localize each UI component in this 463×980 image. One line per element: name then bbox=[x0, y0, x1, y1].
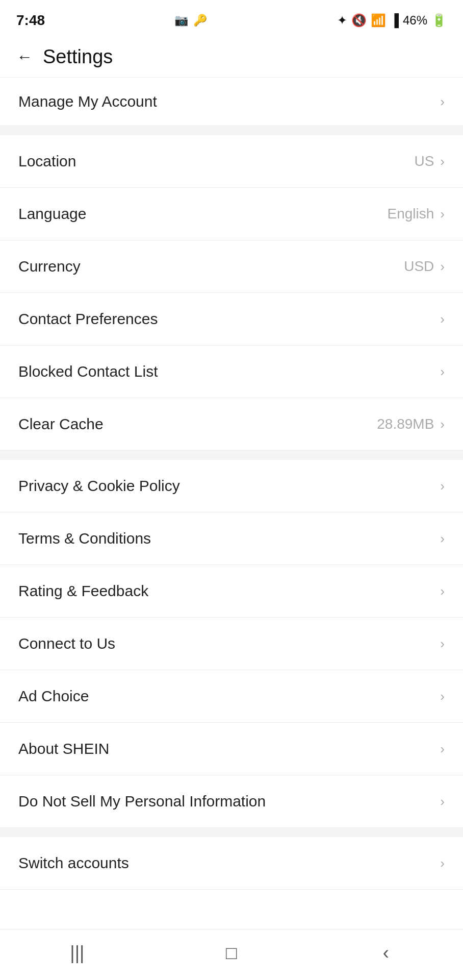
language-label: Language bbox=[18, 205, 86, 223]
connect-to-us-row[interactable]: Connect to Us › bbox=[0, 618, 463, 670]
signal-icon: ▐ bbox=[390, 13, 399, 28]
status-bar: 7:48 📷 🔑 ✦ 🔇 📶 ▐ 46% 🔋 bbox=[0, 0, 463, 37]
terms-conditions-chevron: › bbox=[440, 531, 445, 547]
status-time: 7:48 bbox=[16, 12, 45, 29]
battery-icon: 🔋 bbox=[431, 13, 447, 28]
clear-cache-chevron: › bbox=[440, 416, 445, 432]
page-title: Settings bbox=[43, 46, 113, 68]
sim-icon: 🔑 bbox=[193, 14, 207, 27]
switch-accounts-label: Switch accounts bbox=[18, 854, 129, 872]
about-shein-label: About SHEIN bbox=[18, 740, 109, 757]
battery-percent: 46% bbox=[403, 13, 427, 28]
home-icon: □ bbox=[226, 942, 237, 964]
rating-feedback-right: › bbox=[440, 583, 445, 599]
blocked-contact-list-chevron: › bbox=[440, 364, 445, 380]
contact-preferences-right: › bbox=[440, 311, 445, 327]
ad-choice-chevron: › bbox=[440, 689, 445, 704]
clear-cache-right: 28.89MB › bbox=[377, 416, 445, 432]
terms-conditions-label: Terms & Conditions bbox=[18, 530, 151, 547]
connect-to-us-right: › bbox=[440, 636, 445, 652]
currency-chevron: › bbox=[440, 259, 445, 275]
clear-cache-row[interactable]: Clear Cache 28.89MB › bbox=[0, 398, 463, 451]
terms-conditions-row[interactable]: Terms & Conditions › bbox=[0, 512, 463, 565]
do-not-sell-label: Do Not Sell My Personal Information bbox=[18, 793, 266, 810]
settings-header: ← Settings bbox=[0, 37, 463, 78]
do-not-sell-row[interactable]: Do Not Sell My Personal Information › bbox=[0, 775, 463, 828]
contact-preferences-label: Contact Preferences bbox=[18, 310, 158, 328]
rating-feedback-chevron: › bbox=[440, 583, 445, 599]
rating-feedback-row[interactable]: Rating & Feedback › bbox=[0, 565, 463, 618]
switch-accounts-row[interactable]: Switch accounts › bbox=[0, 837, 463, 890]
privacy-cookie-policy-label: Privacy & Cookie Policy bbox=[18, 477, 180, 495]
blocked-contact-list-right: › bbox=[440, 364, 445, 380]
nav-home-button[interactable]: □ bbox=[211, 938, 252, 968]
bottom-nav-bar: ||| □ ‹ bbox=[0, 929, 463, 980]
blocked-contact-list-label: Blocked Contact List bbox=[18, 363, 158, 380]
nav-menu-button[interactable]: ||| bbox=[57, 938, 97, 968]
connect-to-us-chevron: › bbox=[440, 636, 445, 652]
connect-to-us-label: Connect to Us bbox=[18, 635, 115, 652]
clear-cache-label: Clear Cache bbox=[18, 415, 104, 433]
do-not-sell-right: › bbox=[440, 794, 445, 810]
privacy-cookie-policy-chevron: › bbox=[440, 478, 445, 494]
section-divider-3 bbox=[0, 828, 463, 837]
section-divider-2 bbox=[0, 451, 463, 460]
manage-account-chevron: › bbox=[440, 94, 445, 110]
camera-icon: 📷 bbox=[174, 14, 188, 27]
currency-right: USD › bbox=[404, 258, 445, 275]
ad-choice-right: › bbox=[440, 689, 445, 704]
blocked-contact-list-row[interactable]: Blocked Contact List › bbox=[0, 346, 463, 398]
clear-cache-value: 28.89MB bbox=[377, 416, 434, 432]
location-label: Location bbox=[18, 153, 76, 170]
nav-back-button[interactable]: ‹ bbox=[366, 938, 406, 968]
status-right-icons: ✦ 🔇 📶 ▐ 46% 🔋 bbox=[337, 13, 447, 28]
section-divider-1 bbox=[0, 126, 463, 135]
currency-row[interactable]: Currency USD › bbox=[0, 240, 463, 293]
do-not-sell-chevron: › bbox=[440, 794, 445, 810]
contact-preferences-chevron: › bbox=[440, 311, 445, 327]
rating-feedback-label: Rating & Feedback bbox=[18, 582, 148, 600]
contact-preferences-row[interactable]: Contact Preferences › bbox=[0, 293, 463, 346]
mute-icon: 🔇 bbox=[351, 13, 367, 28]
location-row[interactable]: Location US › bbox=[0, 135, 463, 188]
about-shein-chevron: › bbox=[440, 741, 445, 757]
menu-icon: ||| bbox=[70, 942, 84, 964]
about-shein-row[interactable]: About SHEIN › bbox=[0, 723, 463, 775]
switch-accounts-right: › bbox=[440, 855, 445, 871]
manage-account-row[interactable]: Manage My Account › bbox=[0, 78, 463, 126]
language-value: English bbox=[387, 206, 434, 222]
location-chevron: › bbox=[440, 154, 445, 169]
manage-account-label: Manage My Account bbox=[18, 93, 157, 110]
terms-conditions-right: › bbox=[440, 531, 445, 547]
status-icons: 📷 🔑 bbox=[174, 14, 207, 27]
language-row[interactable]: Language English › bbox=[0, 188, 463, 240]
language-chevron: › bbox=[440, 206, 445, 222]
currency-value: USD bbox=[404, 258, 434, 275]
privacy-cookie-policy-right: › bbox=[440, 478, 445, 494]
ad-choice-label: Ad Choice bbox=[18, 688, 89, 705]
privacy-cookie-policy-row[interactable]: Privacy & Cookie Policy › bbox=[0, 460, 463, 512]
wifi-icon: 📶 bbox=[371, 13, 386, 28]
language-right: English › bbox=[387, 206, 445, 222]
bluetooth-icon: ✦ bbox=[337, 13, 347, 28]
back-button[interactable]: ← bbox=[16, 47, 33, 66]
switch-accounts-chevron: › bbox=[440, 855, 445, 871]
ad-choice-row[interactable]: Ad Choice › bbox=[0, 670, 463, 723]
about-shein-right: › bbox=[440, 741, 445, 757]
back-nav-icon: ‹ bbox=[383, 942, 389, 964]
location-right: US › bbox=[414, 153, 445, 169]
currency-label: Currency bbox=[18, 258, 81, 275]
location-value: US bbox=[414, 153, 434, 169]
